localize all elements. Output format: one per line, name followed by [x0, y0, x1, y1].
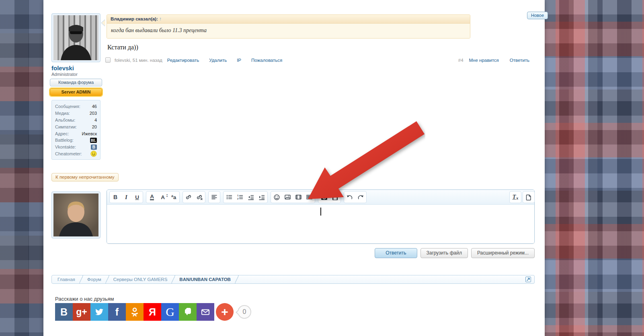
vkontakte-icon[interactable]: B — [91, 145, 97, 150]
breadcrumb-forum[interactable]: Форум — [87, 277, 101, 282]
stat-value[interactable]: Ижевск — [82, 131, 97, 136]
share-twitter-button[interactable] — [90, 303, 108, 321]
edit-link[interactable]: Редактировать — [167, 58, 199, 63]
stat-label: Медиа: — [55, 111, 70, 116]
stat-row-cheatometer: Cheatometer: — [55, 151, 97, 157]
undo-button[interactable] — [345, 192, 355, 202]
unlink-icon — [196, 194, 203, 200]
breadcrumb-home[interactable]: Главная — [57, 277, 75, 282]
font-family-button[interactable]: aa — [168, 192, 179, 202]
share-row: В g+ f Я G + 0 — [55, 303, 251, 321]
username[interactable]: folevski — [51, 65, 100, 71]
post-number[interactable]: #4 — [458, 58, 464, 63]
redo-button[interactable] — [355, 192, 366, 202]
share-google-button[interactable]: G — [161, 303, 179, 321]
advanced-mode-button[interactable]: Расширенный режим... — [471, 248, 535, 258]
select-post-checkbox[interactable] — [105, 57, 111, 63]
quote-jump-arrow[interactable]: ↑ — [159, 16, 162, 21]
share-google-plus-button[interactable]: g+ — [73, 303, 90, 321]
share-odnoklassniki-button[interactable] — [126, 303, 144, 321]
delete-link[interactable]: Удалить — [209, 58, 227, 63]
capture-photo-button[interactable] — [319, 192, 329, 202]
outdent-button[interactable] — [246, 192, 256, 202]
new-posts-badge[interactable]: Новое — [527, 12, 548, 19]
breadcrumb-servers[interactable]: Серверы ONLY GAMERS — [113, 277, 168, 282]
share-label: Расскажи о нас друзьям — [55, 296, 114, 302]
editor-toolbar: B I U A A aa — [107, 190, 534, 205]
remove-formatting-button[interactable]: Tx — [510, 192, 521, 202]
unlink-button[interactable] — [194, 192, 205, 202]
breadcrumb-separator — [232, 275, 241, 283]
share-facebook-button[interactable]: f — [108, 303, 126, 321]
unordered-list-button[interactable] — [224, 192, 234, 202]
envelope-icon — [200, 307, 211, 317]
user-title: Administrator — [51, 72, 100, 77]
ip-link[interactable]: IP — [237, 58, 241, 63]
save-draft-button[interactable] — [330, 192, 340, 202]
share-evernote-button[interactable] — [179, 303, 197, 321]
report-link[interactable]: Пожаловаться — [251, 58, 282, 63]
twitter-bird-icon — [94, 307, 105, 317]
post-body: Кстати да)) — [107, 44, 138, 51]
font-size-button[interactable]: A — [158, 192, 168, 202]
insert-image-button[interactable] — [282, 192, 293, 202]
stat-label: Альбомы: — [55, 118, 75, 122]
smilies-button[interactable] — [271, 192, 282, 202]
indent-button[interactable] — [256, 192, 267, 202]
insert-media-button[interactable] — [293, 192, 304, 202]
post-author-date[interactable]: folevski, 51 мин. назад — [115, 58, 162, 63]
editor-text-area[interactable] — [107, 205, 534, 243]
quick-navigation-icon[interactable] — [525, 277, 531, 282]
stat-value: 20 — [92, 124, 97, 129]
reply-button[interactable]: Ответить — [375, 248, 417, 258]
breadcrumb-current[interactable]: BAN/UNBAN САРАТОВ — [179, 277, 231, 282]
ordered-list-button[interactable]: 12 — [235, 192, 245, 202]
like-link[interactable]: Мне нравится — [469, 58, 499, 63]
alignment-button[interactable] — [209, 192, 219, 202]
text-caret — [320, 208, 321, 216]
share-yandex-button[interactable]: Я — [144, 303, 161, 321]
background-mosaic-right — [545, 0, 644, 336]
avatar-frame — [51, 13, 100, 62]
quote-attribution: Владимир сказал(а): — [111, 16, 158, 21]
stat-label: Симпатии: — [55, 124, 77, 129]
bold-button[interactable]: B — [110, 192, 121, 202]
battlelog-icon[interactable]: BL — [90, 138, 97, 143]
underline-button[interactable]: U — [132, 192, 142, 202]
quote-header[interactable]: Владимир сказал(а): ↑ — [107, 15, 470, 24]
first-unread-button[interactable]: К первому непрочитанному — [51, 173, 119, 181]
text-color-button[interactable]: A — [147, 192, 157, 202]
user-avatar[interactable] — [53, 15, 98, 60]
breadcrumb-separator — [169, 275, 178, 283]
breadcrumb-separator — [103, 275, 112, 283]
remove-format-icon: T — [513, 194, 516, 200]
bold-icon: B — [113, 194, 117, 200]
plus-icon: + — [221, 306, 228, 318]
insert-link-button[interactable] — [183, 192, 194, 202]
stat-label: Адрес: — [55, 131, 69, 136]
avatar-photo-placeholder — [53, 15, 98, 60]
toolbar-group-align — [208, 191, 220, 203]
user-banner-staff: Команда форума — [50, 79, 102, 86]
toolbar-group-lists: 12 — [223, 191, 268, 203]
current-user-avatar[interactable] — [53, 193, 98, 236]
stat-label: Battlelog: — [55, 138, 74, 143]
stat-row-address: Адрес: Ижевск — [55, 130, 97, 137]
bbcode-page-icon — [525, 194, 532, 201]
switch-editor-button[interactable] — [523, 192, 534, 202]
upload-file-button[interactable]: Загрузить файл — [420, 248, 468, 258]
insert-quote-button[interactable] — [304, 192, 314, 202]
reply-link[interactable]: Ответить — [510, 58, 529, 63]
stat-value: 4 — [94, 118, 97, 122]
film-icon — [295, 194, 302, 200]
share-vk-button[interactable]: В — [55, 303, 73, 321]
avatar-photo-placeholder — [53, 193, 98, 236]
share-count-value: 0 — [243, 308, 246, 316]
share-mail-button[interactable] — [197, 303, 214, 321]
share-more-button[interactable]: + — [216, 303, 234, 321]
toolbar-group-history — [344, 191, 367, 203]
stat-label: Сообщения: — [55, 104, 80, 109]
camera-icon — [320, 194, 328, 201]
svg-text:2: 2 — [237, 198, 239, 200]
italic-button[interactable]: I — [121, 192, 131, 202]
